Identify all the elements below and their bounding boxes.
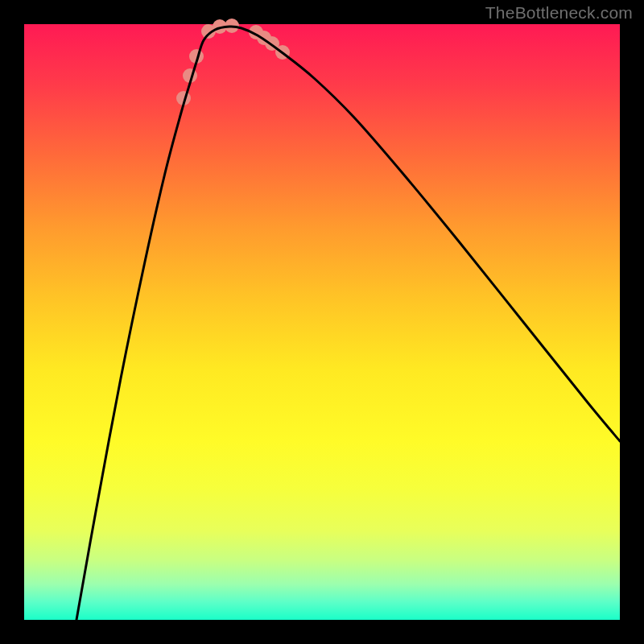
bottleneck-curve	[76, 27, 620, 620]
chart-frame: TheBottleneck.com	[0, 0, 644, 644]
plot-area	[24, 24, 620, 620]
watermark-text: TheBottleneck.com	[485, 3, 633, 23]
curve-layer	[24, 24, 620, 620]
markers-group	[176, 19, 290, 105]
